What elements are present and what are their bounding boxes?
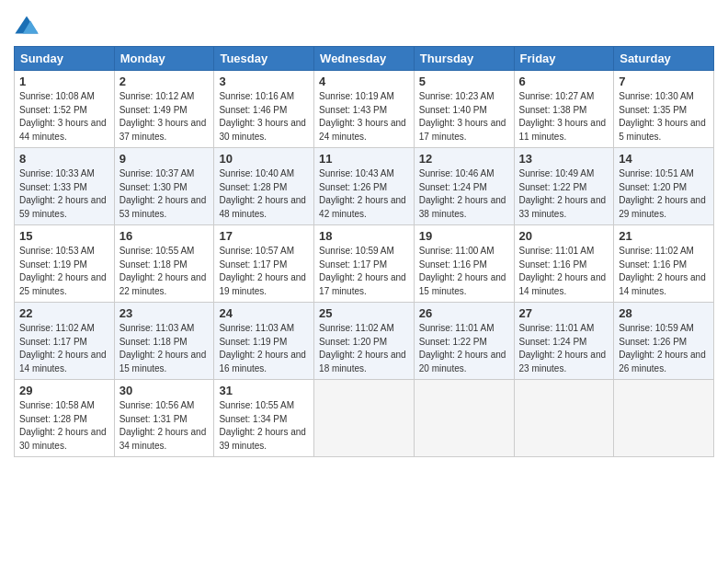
day-info: Sunrise: 10:58 AM Sunset: 1:28 PM Daylig… (19, 399, 109, 453)
day-number: 23 (119, 306, 210, 320)
col-wednesday: Wednesday (314, 47, 415, 71)
day-info: Sunrise: 10:55 AM Sunset: 1:34 PM Daylig… (219, 399, 309, 453)
day-cell: 29 Sunrise: 10:58 AM Sunset: 1:28 PM Day… (15, 380, 115, 457)
day-cell: 16 Sunrise: 10:55 AM Sunset: 1:18 PM Day… (114, 225, 214, 303)
day-cell: 5 Sunrise: 10:23 AM Sunset: 1:40 PM Dayl… (414, 71, 514, 148)
day-number: 21 (619, 229, 709, 243)
day-cell: 18 Sunrise: 10:59 AM Sunset: 1:17 PM Day… (314, 225, 415, 303)
day-number: 16 (119, 229, 210, 243)
day-number: 30 (119, 384, 210, 397)
day-number: 1 (19, 75, 109, 88)
week-row-3: 15 Sunrise: 10:53 AM Sunset: 1:19 PM Day… (15, 225, 714, 303)
col-monday: Monday (114, 47, 214, 71)
day-cell: 9 Sunrise: 10:37 AM Sunset: 1:30 PM Dayl… (114, 148, 214, 225)
col-friday: Friday (514, 47, 614, 71)
day-info: Sunrise: 10:49 AM Sunset: 1:22 PM Daylig… (519, 167, 609, 221)
week-row-5: 29 Sunrise: 10:58 AM Sunset: 1:28 PM Day… (15, 380, 714, 457)
day-info: Sunrise: 10:59 AM Sunset: 1:26 PM Daylig… (619, 322, 709, 375)
day-info: Sunrise: 10:40 AM Sunset: 1:28 PM Daylig… (219, 167, 309, 221)
day-number: 2 (119, 75, 210, 88)
day-cell: 6 Sunrise: 10:27 AM Sunset: 1:38 PM Dayl… (514, 71, 614, 148)
col-tuesday: Tuesday (214, 47, 314, 71)
day-number: 11 (319, 152, 409, 166)
day-info: Sunrise: 10:53 AM Sunset: 1:19 PM Daylig… (19, 245, 109, 298)
day-cell: 12 Sunrise: 10:46 AM Sunset: 1:24 PM Day… (414, 148, 514, 225)
day-cell: 13 Sunrise: 10:49 AM Sunset: 1:22 PM Day… (514, 148, 614, 225)
day-cell (514, 380, 614, 457)
header-row: SundayMondayTuesdayWednesdayThursdayFrid… (15, 47, 714, 71)
day-info: Sunrise: 10:19 AM Sunset: 1:43 PM Daylig… (319, 90, 409, 144)
day-info: Sunrise: 10:16 AM Sunset: 1:46 PM Daylig… (219, 90, 309, 144)
day-cell: 4 Sunrise: 10:19 AM Sunset: 1:43 PM Dayl… (314, 71, 415, 148)
day-number: 26 (419, 306, 509, 320)
day-cell: 15 Sunrise: 10:53 AM Sunset: 1:19 PM Day… (15, 225, 115, 303)
day-info: Sunrise: 10:37 AM Sunset: 1:30 PM Daylig… (119, 167, 210, 221)
day-number: 13 (519, 152, 609, 166)
day-number: 3 (219, 75, 309, 88)
day-cell: 3 Sunrise: 10:16 AM Sunset: 1:46 PM Dayl… (214, 71, 314, 148)
day-number: 17 (219, 229, 309, 243)
week-row-2: 8 Sunrise: 10:33 AM Sunset: 1:33 PM Dayl… (15, 148, 714, 225)
day-number: 19 (419, 229, 509, 243)
day-cell: 26 Sunrise: 11:01 AM Sunset: 1:22 PM Day… (414, 303, 514, 380)
day-info: Sunrise: 10:43 AM Sunset: 1:26 PM Daylig… (319, 167, 409, 221)
day-number: 10 (219, 152, 309, 166)
week-row-1: 1 Sunrise: 10:08 AM Sunset: 1:52 PM Dayl… (15, 71, 714, 148)
day-number: 24 (219, 306, 309, 320)
day-info: Sunrise: 10:55 AM Sunset: 1:18 PM Daylig… (119, 245, 210, 298)
day-cell: 14 Sunrise: 10:51 AM Sunset: 1:20 PM Day… (614, 148, 714, 225)
day-cell: 10 Sunrise: 10:40 AM Sunset: 1:28 PM Day… (214, 148, 314, 225)
week-row-4: 22 Sunrise: 11:02 AM Sunset: 1:17 PM Day… (15, 303, 714, 380)
day-number: 22 (19, 306, 109, 320)
day-cell: 2 Sunrise: 10:12 AM Sunset: 1:49 PM Dayl… (114, 71, 214, 148)
day-info: Sunrise: 11:03 AM Sunset: 1:18 PM Daylig… (119, 322, 210, 375)
day-number: 29 (19, 384, 109, 397)
day-info: Sunrise: 10:33 AM Sunset: 1:33 PM Daylig… (19, 167, 109, 221)
calendar-table: SundayMondayTuesdayWednesdayThursdayFrid… (14, 46, 714, 457)
day-number: 15 (19, 229, 109, 243)
day-info: Sunrise: 10:23 AM Sunset: 1:40 PM Daylig… (419, 90, 509, 144)
header (14, 9, 714, 39)
page: SundayMondayTuesdayWednesdayThursdayFrid… (0, 0, 728, 563)
day-number: 18 (319, 229, 409, 243)
day-cell (414, 380, 514, 457)
day-number: 25 (319, 306, 409, 320)
day-cell: 27 Sunrise: 11:01 AM Sunset: 1:24 PM Day… (514, 303, 614, 380)
day-number: 28 (619, 306, 709, 320)
day-cell: 28 Sunrise: 10:59 AM Sunset: 1:26 PM Day… (614, 303, 714, 380)
day-cell: 20 Sunrise: 11:01 AM Sunset: 1:16 PM Day… (514, 225, 614, 303)
day-cell: 8 Sunrise: 10:33 AM Sunset: 1:33 PM Dayl… (15, 148, 115, 225)
day-number: 9 (119, 152, 210, 166)
day-info: Sunrise: 11:01 AM Sunset: 1:16 PM Daylig… (519, 245, 609, 298)
day-cell (614, 380, 714, 457)
day-cell: 25 Sunrise: 11:02 AM Sunset: 1:20 PM Day… (314, 303, 415, 380)
day-info: Sunrise: 11:02 AM Sunset: 1:16 PM Daylig… (619, 245, 709, 298)
day-info: Sunrise: 10:30 AM Sunset: 1:35 PM Daylig… (619, 90, 709, 144)
day-info: Sunrise: 10:56 AM Sunset: 1:31 PM Daylig… (119, 399, 210, 453)
day-info: Sunrise: 10:51 AM Sunset: 1:20 PM Daylig… (619, 167, 709, 221)
day-number: 27 (519, 306, 609, 320)
day-info: Sunrise: 11:02 AM Sunset: 1:20 PM Daylig… (319, 322, 409, 375)
day-info: Sunrise: 11:02 AM Sunset: 1:17 PM Daylig… (19, 322, 109, 375)
day-number: 14 (619, 152, 709, 166)
day-cell: 22 Sunrise: 11:02 AM Sunset: 1:17 PM Day… (15, 303, 115, 380)
day-info: Sunrise: 11:01 AM Sunset: 1:22 PM Daylig… (419, 322, 509, 375)
col-saturday: Saturday (614, 47, 714, 71)
logo (14, 13, 43, 39)
day-number: 12 (419, 152, 509, 166)
day-info: Sunrise: 11:00 AM Sunset: 1:16 PM Daylig… (419, 245, 509, 298)
day-number: 7 (619, 75, 709, 88)
day-cell: 30 Sunrise: 10:56 AM Sunset: 1:31 PM Day… (114, 380, 214, 457)
day-cell (314, 380, 415, 457)
day-info: Sunrise: 10:12 AM Sunset: 1:49 PM Daylig… (119, 90, 210, 144)
day-cell: 23 Sunrise: 11:03 AM Sunset: 1:18 PM Day… (114, 303, 214, 380)
day-number: 20 (519, 229, 609, 243)
logo-icon (14, 13, 40, 39)
day-number: 6 (519, 75, 609, 88)
day-info: Sunrise: 10:08 AM Sunset: 1:52 PM Daylig… (19, 90, 109, 144)
day-cell: 1 Sunrise: 10:08 AM Sunset: 1:52 PM Dayl… (15, 71, 115, 148)
day-number: 31 (219, 384, 309, 397)
day-cell: 7 Sunrise: 10:30 AM Sunset: 1:35 PM Dayl… (614, 71, 714, 148)
day-cell: 17 Sunrise: 10:57 AM Sunset: 1:17 PM Day… (214, 225, 314, 303)
day-cell: 21 Sunrise: 11:02 AM Sunset: 1:16 PM Day… (614, 225, 714, 303)
